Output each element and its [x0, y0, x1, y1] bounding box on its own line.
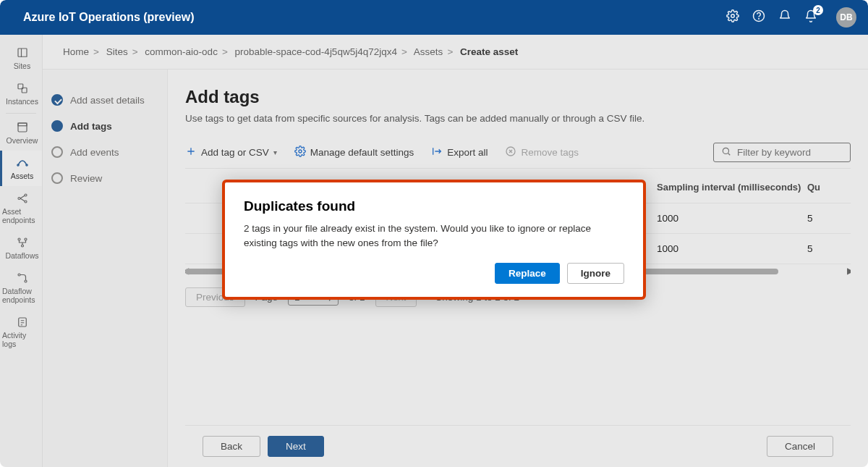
dialog-title: Duplicates found [244, 198, 624, 214]
topbar-actions: 2 DB [726, 7, 856, 28]
app-title: Azure IoT Operations (preview) [12, 11, 726, 24]
notifications-icon[interactable]: 2 [804, 9, 817, 25]
help-icon[interactable] [752, 9, 765, 25]
svg-point-0 [731, 14, 735, 18]
notification-badge: 2 [813, 5, 823, 15]
dialog-body: 2 tags in your file already exist in the… [244, 222, 624, 250]
sound-icon[interactable] [778, 9, 791, 25]
ignore-button[interactable]: Ignore [567, 263, 624, 284]
svg-point-2 [759, 18, 760, 19]
settings-icon[interactable] [726, 9, 739, 25]
duplicates-dialog: Duplicates found 2 tags in your file alr… [222, 180, 646, 300]
replace-button[interactable]: Replace [495, 263, 560, 284]
avatar[interactable]: DB [836, 7, 856, 28]
topbar: Azure IoT Operations (preview) 2 DB [0, 0, 868, 35]
modal-overlay: Duplicates found 2 tags in your file alr… [0, 35, 868, 467]
